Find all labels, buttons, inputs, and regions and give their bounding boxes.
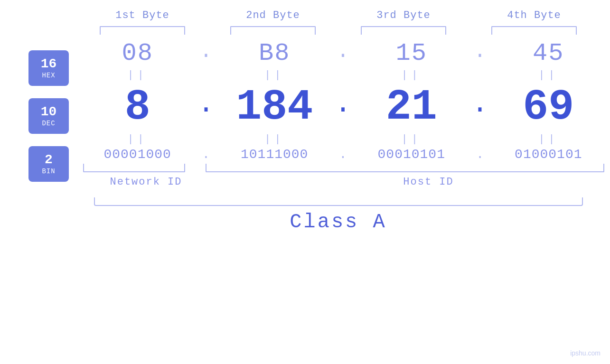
hex-byte2: B8	[222, 39, 327, 67]
eq-2-b4: ||	[496, 133, 601, 145]
bin-dot-1: .	[197, 148, 216, 161]
dec-dot-3: .	[470, 90, 489, 125]
bottom-brackets-row	[82, 162, 604, 172]
bin-byte2: 10111000	[222, 147, 327, 162]
bracket-cell-3	[351, 26, 456, 35]
bracket-bottom-host	[206, 164, 604, 172]
badges-column: 16 HEX 10 DEC 2 BIN	[16, 39, 82, 188]
hex-dot-2: .	[333, 41, 352, 66]
dec-val-1: 8	[125, 83, 150, 131]
bin-dot-3: .	[470, 148, 489, 161]
hex-val-1: 08	[122, 39, 153, 67]
header-byte4: 4th Byte	[482, 9, 586, 21]
badge-hex-number: 16	[41, 57, 57, 72]
class-bracket-bottom	[94, 197, 583, 206]
eq-1-b2: ||	[222, 69, 327, 81]
bracket-top-4	[491, 26, 577, 35]
bracket-cell-4	[482, 26, 586, 35]
eq-1-b1: ||	[85, 69, 190, 81]
hex-byte4: 45	[496, 39, 601, 67]
badge-bin-number: 2	[45, 153, 53, 168]
dec-val-2: 184	[236, 83, 313, 131]
bracket-cell-2	[221, 26, 325, 35]
eq-2-b1: ||	[85, 133, 190, 145]
badge-dec-number: 10	[41, 105, 57, 120]
bracket-top-2	[230, 26, 316, 35]
top-brackets	[77, 26, 600, 35]
bracket-bottom-network-wrap	[82, 164, 187, 172]
rows-area: 16 HEX 10 DEC 2 BIN 08 . B8	[16, 39, 604, 188]
badge-bin-label: BIN	[42, 168, 55, 175]
badge-hex-label: HEX	[42, 72, 55, 79]
bin-val-3: 00010101	[378, 147, 445, 162]
class-label: Class A	[77, 211, 600, 233]
eq-2-b2: ||	[222, 133, 327, 145]
dec-byte1: 8	[85, 83, 190, 131]
eq-1-b3: ||	[359, 69, 464, 81]
hex-dot-1: .	[197, 41, 216, 66]
bracket-top-3	[361, 26, 446, 35]
bin-val-2: 10111000	[241, 147, 308, 162]
dec-byte4: 69	[496, 83, 601, 131]
bin-val-4: 01000101	[515, 147, 582, 162]
hex-byte1: 08	[85, 39, 190, 67]
byte-headers: 1st Byte 2nd Byte 3rd Byte 4th Byte	[77, 9, 600, 21]
bracket-bottom-network	[83, 164, 185, 172]
bin-dot-2: .	[333, 148, 352, 161]
hex-val-2: B8	[259, 39, 290, 67]
hex-val-4: 45	[533, 39, 564, 67]
bin-row: 00001000 . 10111000 . 00010101 . 0100010…	[82, 147, 604, 162]
header-byte2: 2nd Byte	[221, 9, 325, 21]
bin-byte1: 00001000	[85, 147, 190, 162]
bin-val-1: 00001000	[103, 147, 171, 162]
dec-byte2: 184	[222, 83, 327, 131]
badge-hex: 16 HEX	[28, 50, 69, 86]
badge-bin: 2 BIN	[28, 146, 69, 182]
dec-val-3: 21	[386, 83, 437, 131]
header-byte3: 3rd Byte	[351, 9, 456, 21]
hex-val-3: 15	[396, 39, 427, 67]
network-id-label: Network ID	[94, 176, 198, 188]
watermark: ipshu.com	[570, 349, 601, 357]
badge-dec-label: DEC	[42, 120, 55, 127]
bracket-bottom-host-wrap	[206, 164, 604, 172]
bin-byte3: 00010101	[359, 147, 464, 162]
dec-dot-1: .	[197, 90, 216, 125]
dec-val-4: 69	[523, 83, 574, 131]
data-area: 08 . B8 . 15 . 45 || ||	[82, 39, 604, 188]
eq-row-1: || || || ||	[82, 67, 604, 83]
eq-row-2: || || || ||	[82, 131, 604, 147]
hex-dot-3: .	[470, 41, 489, 66]
bracket-top-1	[100, 26, 185, 35]
hex-row: 08 . B8 . 15 . 45	[82, 39, 604, 67]
header-byte1: 1st Byte	[90, 9, 195, 21]
class-area: Class A	[77, 197, 600, 233]
bin-byte4: 01000101	[496, 147, 601, 162]
hex-byte3: 15	[359, 39, 464, 67]
eq-1-b4: ||	[496, 69, 601, 81]
badge-dec: 10 DEC	[28, 98, 69, 134]
labels-row: Network ID Host ID	[82, 172, 604, 188]
main-container: 1st Byte 2nd Byte 3rd Byte 4th Byte 16 H…	[0, 0, 610, 364]
dec-row: 8 . 184 . 21 . 69	[82, 83, 604, 131]
dec-byte3: 21	[359, 83, 464, 131]
eq-2-b3: ||	[359, 133, 464, 145]
bracket-cell-1	[90, 26, 195, 35]
dec-dot-2: .	[333, 90, 352, 125]
host-id-label: Host ID	[265, 176, 592, 188]
